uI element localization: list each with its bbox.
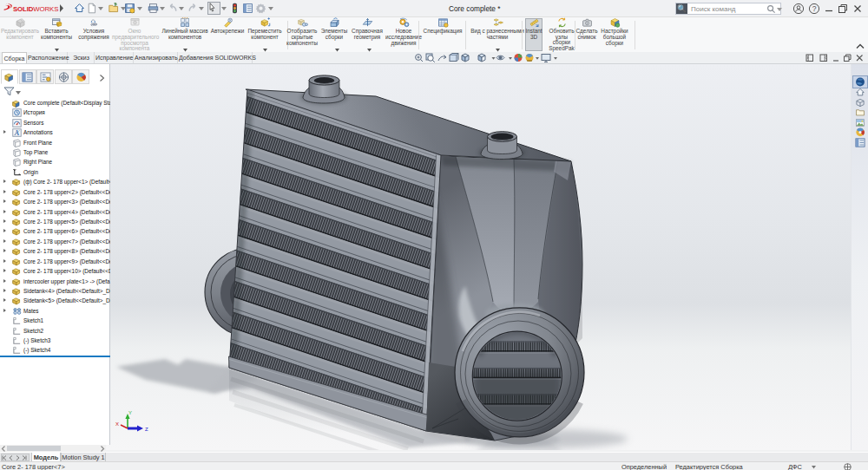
svg-text:?: ? <box>812 4 817 13</box>
svg-text:A: A <box>15 130 20 137</box>
svg-text:Z: Z <box>145 427 148 432</box>
svg-text:SOLIDWORKS: SOLIDWORKS <box>13 5 58 13</box>
svg-text:X: X <box>115 421 119 427</box>
svg-text:Y: Y <box>128 410 132 415</box>
